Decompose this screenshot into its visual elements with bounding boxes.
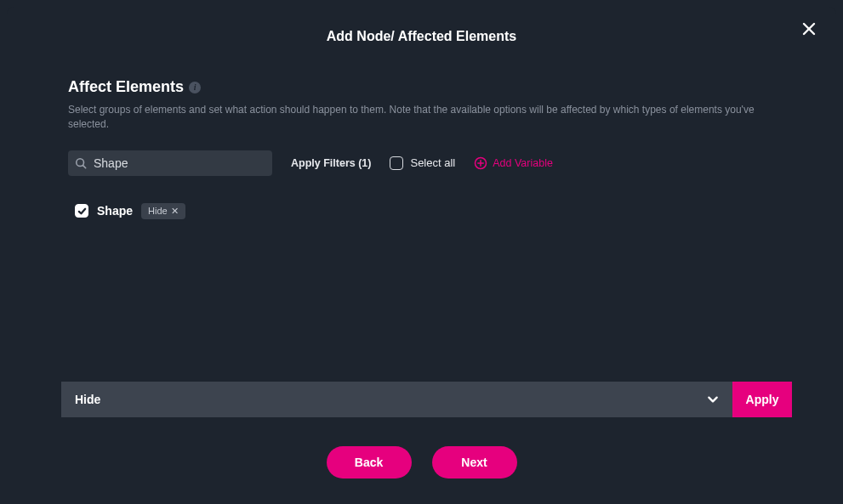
element-row: Shape Hide ✕: [68, 203, 775, 219]
footer-buttons: Back Next: [7, 446, 836, 479]
action-bar: Hide Apply: [61, 382, 792, 417]
apply-button[interactable]: Apply: [732, 382, 792, 417]
plus-circle-icon: [474, 156, 487, 170]
info-icon[interactable]: i: [189, 82, 201, 93]
search-input[interactable]: [68, 150, 272, 176]
content-area: Affect Elements i Select groups of eleme…: [7, 44, 836, 219]
modal-title: Add Node/ Affected Elements: [7, 7, 836, 44]
tag-text: Hide: [148, 206, 168, 216]
apply-filters-button[interactable]: Apply Filters (1): [291, 157, 371, 169]
select-all-checkbox[interactable]: Select all: [390, 156, 455, 170]
section-description: Select groups of elements and set what a…: [68, 103, 775, 132]
chevron-down-icon: [707, 394, 719, 405]
element-checkbox[interactable]: [75, 204, 88, 218]
element-tag: Hide ✕: [141, 203, 185, 219]
next-button[interactable]: Next: [432, 446, 517, 479]
add-variable-label: Add Variable: [493, 157, 553, 169]
element-label: Shape: [97, 204, 133, 218]
back-button[interactable]: Back: [327, 446, 412, 479]
section-title: Affect Elements: [68, 78, 184, 96]
action-select-value: Hide: [75, 393, 100, 406]
add-variable-button[interactable]: Add Variable: [474, 156, 553, 170]
checkbox-box-icon: [390, 156, 403, 170]
tag-remove-icon[interactable]: ✕: [171, 206, 179, 217]
search-icon: [75, 157, 87, 169]
modal-add-node: Add Node/ Affected Elements Affect Eleme…: [7, 7, 836, 504]
filter-row: Apply Filters (1) Select all Add Variabl…: [68, 150, 775, 176]
select-all-label: Select all: [410, 156, 455, 169]
close-button[interactable]: [799, 19, 819, 39]
checkbox-checked-icon: [75, 204, 88, 218]
search-box: [68, 150, 272, 176]
svg-line-3: [83, 165, 86, 167]
action-select[interactable]: Hide: [61, 382, 732, 417]
close-icon: [801, 21, 817, 37]
section-header: Affect Elements i: [68, 78, 775, 96]
